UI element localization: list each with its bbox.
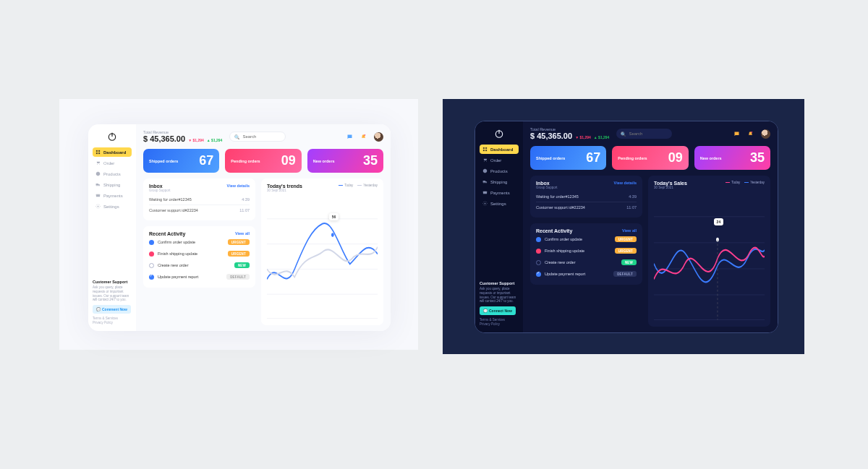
inbox-row[interactable]: Customer support id#2223411:07 <box>536 202 637 212</box>
comment-now-button[interactable]: 💬 Comment Now <box>93 305 131 314</box>
privacy-link[interactable]: Privacy Policy <box>93 321 132 325</box>
activity-title: Recent Activity <box>536 228 572 233</box>
sidebar-item-shipping[interactable]: Shipping <box>93 180 132 189</box>
stat-card-1[interactable]: Pending orders09 <box>612 146 688 170</box>
activity-view-all[interactable]: View all <box>622 228 637 233</box>
inbox-title: Inbox <box>149 184 171 189</box>
legend-yesterday: Yesterday <box>744 181 765 184</box>
svg-point-34 <box>485 203 486 205</box>
legend-yesterday: Yesterday <box>357 184 378 187</box>
activity-title: Recent Activity <box>149 231 185 236</box>
stat-card-2[interactable]: New orders35 <box>307 149 383 173</box>
sidebar-item-shipping[interactable]: Shipping <box>480 177 519 186</box>
svg-point-35 <box>752 132 753 133</box>
activity-row[interactable]: Finish shipping updateURGENT <box>536 245 637 257</box>
trends-date: 30 Sept 2021 <box>654 186 687 189</box>
activity-row[interactable]: Confirm order updateURGENT <box>536 233 637 245</box>
svg-rect-2 <box>96 150 98 152</box>
activity-row[interactable]: Create new orderNEW <box>149 259 250 271</box>
inbox-view-details[interactable]: View details <box>614 181 637 185</box>
chat-icon: 💬 <box>483 309 488 313</box>
sidebar-item-products[interactable]: Products <box>480 166 519 176</box>
activity-row[interactable]: Finish shipping updateURGENT <box>149 248 250 259</box>
trends-date: 30 Sept 2021 <box>267 189 302 192</box>
status-dot <box>536 237 541 242</box>
svg-rect-26 <box>485 150 487 151</box>
status-dot <box>149 251 154 257</box>
status-badge: DEFAULT <box>613 271 637 277</box>
status-dot <box>536 249 541 254</box>
revenue-change-up: ▲ $1,294 <box>207 138 223 142</box>
gear-icon <box>482 201 488 206</box>
stat-card-0[interactable]: Shipped orders67 <box>143 149 219 173</box>
chart-tooltip: 56 <box>329 213 339 220</box>
svg-rect-25 <box>483 150 485 151</box>
box-icon <box>482 168 488 173</box>
svg-point-9 <box>97 186 98 186</box>
stat-card-1[interactable]: Pending orders09 <box>225 149 301 173</box>
inbox-title: Inbox <box>536 181 558 186</box>
sidebar-nav: DashboardOrderProductsShippingPaymentsSe… <box>93 147 132 211</box>
grid-icon <box>482 147 488 152</box>
trends-title: Today's trends <box>267 184 302 189</box>
sidebar-item-dashboard[interactable]: Dashboard <box>93 147 132 157</box>
activity-rows: Confirm order updateURGENTFinish shippin… <box>149 236 250 283</box>
sidebar-item-dashboard[interactable]: Dashboard <box>480 145 519 154</box>
support-title: Customer Support <box>93 280 132 284</box>
cart-icon <box>482 158 488 163</box>
status-badge: DEFAULT <box>226 274 250 280</box>
sidebar-item-payments[interactable]: Payments <box>480 188 519 197</box>
inbox-subtitle: Group Support <box>149 189 171 192</box>
sidebar-item-products[interactable]: Products <box>93 169 132 178</box>
connect-now-button[interactable]: 💬 Connect Now <box>480 306 516 315</box>
search-icon: 🔍 <box>234 134 239 139</box>
svg-rect-33 <box>483 192 487 193</box>
svg-rect-24 <box>485 147 487 149</box>
svg-point-7 <box>99 164 100 165</box>
sidebar-item-order[interactable]: Order <box>93 158 132 168</box>
power-icon[interactable] <box>494 129 504 139</box>
activity-row[interactable]: Update payment reportDEFAULT <box>536 268 637 280</box>
svg-rect-29 <box>483 181 486 183</box>
inbox-view-details[interactable]: View details <box>227 184 250 188</box>
activity-row[interactable]: Create new orderNEW <box>536 257 637 268</box>
inbox-row[interactable]: Waiting for order#123454:39 <box>149 194 250 205</box>
bell-icon[interactable] <box>747 131 754 137</box>
svg-rect-4 <box>96 152 98 154</box>
activity-view-all[interactable]: View all <box>235 231 250 236</box>
bell-icon[interactable] <box>360 134 367 140</box>
status-dot <box>149 263 154 268</box>
activity-rows: Confirm order updateURGENTFinish shippin… <box>536 233 637 280</box>
inbox-row[interactable]: Waiting for order#123454:39 <box>536 192 637 202</box>
svg-point-28 <box>486 161 487 162</box>
sidebar-nav: DashboardOrderProductsShippingPaymentsSe… <box>480 145 519 208</box>
status-badge: NEW <box>234 262 250 268</box>
sidebar-item-settings[interactable]: Settings <box>480 199 519 208</box>
activity-row[interactable]: Update payment reportDEFAULT <box>149 271 250 283</box>
chat-icon[interactable] <box>733 131 740 137</box>
privacy-link[interactable]: Privacy Policy <box>480 322 519 327</box>
sidebar-item-payments[interactable]: Payments <box>93 191 132 200</box>
trends-chart: 24 <box>654 196 765 321</box>
sidebar-item-settings[interactable]: Settings <box>93 202 132 211</box>
svg-point-13 <box>98 206 99 207</box>
sidebar-item-order[interactable]: Order <box>480 155 519 165</box>
activity-row[interactable]: Confirm order updateURGENT <box>149 236 250 248</box>
revenue-value: $ 45,365.00 <box>530 132 572 140</box>
chart-tooltip: 24 <box>714 218 724 225</box>
stat-card-0[interactable]: Shipped orders67 <box>530 146 606 170</box>
stat-card-2[interactable]: New orders35 <box>694 146 770 170</box>
power-icon[interactable] <box>107 132 117 142</box>
svg-point-30 <box>484 183 485 184</box>
status-dot <box>536 272 541 277</box>
search-input[interactable]: 🔍 <box>229 132 286 142</box>
user-avatar[interactable] <box>761 129 770 139</box>
inbox-rows: Waiting for order#123454:39Customer supp… <box>536 192 637 212</box>
chat-icon[interactable] <box>346 134 353 140</box>
user-avatar[interactable] <box>374 132 383 142</box>
svg-rect-5 <box>98 152 100 154</box>
inbox-row[interactable]: Customer support id#2223411:07 <box>149 205 250 215</box>
search-input[interactable]: 🔍 <box>616 129 672 139</box>
status-badge: URGENT <box>228 251 250 257</box>
legend-today: Today <box>339 184 353 187</box>
